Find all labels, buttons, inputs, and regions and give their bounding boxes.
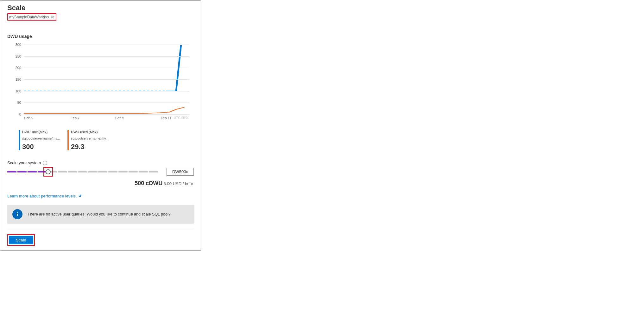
slider-segment — [88, 171, 97, 172]
y-tick-label: 100 — [16, 89, 21, 93]
slider-segment — [68, 171, 77, 172]
y-tick-label: 50 — [17, 101, 21, 104]
x-tick-label: Feb 9 — [115, 116, 124, 120]
metric-subtext: sqlpoolservername/my... — [22, 136, 60, 140]
slider-segment — [129, 171, 138, 172]
scale-slider[interactable] — [7, 169, 159, 174]
chart-timezone-label: UTC-08:00 — [174, 116, 189, 120]
metric-value: 29.3 — [71, 143, 109, 150]
y-tick-label: 250 — [16, 54, 21, 58]
x-tick-label: Feb 7 — [71, 116, 79, 120]
scale-value-box: DW500c — [167, 168, 194, 176]
y-tick-label: 0 — [19, 112, 21, 116]
x-tick-label: Feb 5 — [24, 116, 33, 120]
cost-rate: 6.00 USD / hour — [164, 181, 193, 186]
learn-more-link[interactable]: Learn more about performance levels. — [7, 194, 81, 198]
slider-segment — [98, 171, 107, 172]
info-banner-text: There are no active user queries. Would … — [28, 212, 171, 216]
slider-segment — [78, 171, 87, 172]
external-link-icon — [78, 194, 81, 198]
slider-segment — [108, 171, 117, 172]
x-tick-label: Feb 11 — [161, 116, 172, 120]
slider-segment — [118, 171, 128, 172]
y-tick-label: 150 — [16, 78, 21, 81]
resource-name: mySampleDataWarehouse — [9, 15, 54, 19]
svg-rect-1 — [17, 214, 18, 216]
cost-dwu: 500 cDWU — [135, 180, 162, 186]
page-title: Scale — [7, 4, 194, 12]
scale-button-annotation: Scale — [7, 234, 35, 246]
dwu-usage-heading: DWU usage — [7, 34, 194, 39]
metric-dwu-limit: DWU limit (Max)sqlpoolservername/my...30… — [19, 130, 60, 150]
dwu-usage-chart: 050100150200250300 UTC-08:00 Feb 5Feb 7F… — [7, 45, 194, 127]
scale-slider-label: Scale your system — [7, 160, 41, 165]
slider-segment — [58, 171, 67, 172]
slider-segment — [139, 171, 148, 172]
scale-button[interactable]: Scale — [9, 236, 33, 244]
y-tick-label: 200 — [16, 66, 21, 70]
slider-thumb[interactable] — [46, 169, 51, 174]
info-banner: There are no active user queries. Would … — [7, 205, 194, 224]
svg-point-0 — [17, 212, 18, 213]
metric-value: 300 — [22, 143, 60, 150]
info-badge-icon — [12, 209, 22, 219]
info-icon[interactable]: i — [43, 161, 47, 165]
metric-label: DWU limit (Max) — [22, 130, 60, 134]
slider-segment — [17, 171, 27, 172]
slider-segment — [28, 171, 37, 172]
scale-panel: Scale mySampleDataWarehouse DWU usage 05… — [0, 0, 201, 251]
slider-segment — [7, 171, 16, 172]
metric-subtext: sqlpoolservername/my... — [71, 136, 109, 140]
y-tick-label: 300 — [16, 43, 21, 47]
metric-label: DWU used (Max) — [71, 130, 109, 134]
metric-dwu-used: DWU used (Max)sqlpoolservername/my...29.… — [67, 130, 109, 150]
resource-name-annotation: mySampleDataWarehouse — [7, 13, 56, 21]
slider-segment — [149, 171, 158, 172]
